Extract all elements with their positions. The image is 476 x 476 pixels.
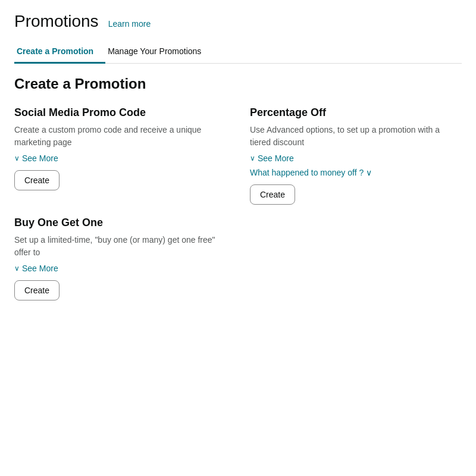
- page-title: Promotions: [14, 12, 99, 31]
- see-more-link-bogo[interactable]: ∨ See More: [14, 264, 226, 273]
- promo-title-social-media: Social Media Promo Code: [14, 107, 226, 119]
- what-happened-link[interactable]: What happened to money off ? ∨: [250, 168, 462, 177]
- promo-card-bogo: Buy One Get One Set up a limited-time, "…: [14, 217, 226, 300]
- tab-manage-promotions[interactable]: Manage Your Promotions: [105, 40, 213, 64]
- section-title: Create a Promotion: [14, 76, 462, 92]
- learn-more-link[interactable]: Learn more: [108, 19, 151, 29]
- create-button-social-media[interactable]: Create: [14, 170, 60, 190]
- see-more-label-bogo: See More: [22, 264, 58, 273]
- tab-create-promotion[interactable]: Create a Promotion: [14, 40, 105, 64]
- see-more-link-social-media[interactable]: ∨ See More: [14, 154, 226, 163]
- create-button-bogo[interactable]: Create: [14, 280, 60, 300]
- promo-title-percentage-off: Percentage Off: [250, 107, 462, 119]
- promo-description-bogo: Set up a limited-time, "buy one (or many…: [14, 234, 226, 259]
- promo-description-percentage-off: Use Advanced options, to set up a promot…: [250, 124, 462, 149]
- chevron-down-icon-bogo: ∨: [14, 264, 20, 273]
- page-header: Promotions Learn more: [14, 12, 462, 31]
- promo-description-social-media: Create a custom promo code and receive a…: [14, 124, 226, 149]
- chevron-down-icon-what-happened: ∨: [366, 168, 372, 177]
- chevron-down-icon-percentage: ∨: [250, 154, 255, 162]
- what-happened-label: What happened to money off ?: [250, 168, 364, 177]
- see-more-link-percentage-off[interactable]: ∨ See More: [250, 154, 462, 163]
- see-more-label-percentage-off: See More: [258, 154, 294, 163]
- promotions-grid: Social Media Promo Code Create a custom …: [14, 107, 462, 300]
- promo-card-percentage-off: Percentage Off Use Advanced options, to …: [250, 107, 462, 205]
- chevron-down-icon: ∨: [14, 154, 20, 162]
- create-button-percentage-off[interactable]: Create: [250, 184, 295, 205]
- promo-title-bogo: Buy One Get One: [14, 217, 226, 229]
- see-more-label-social-media: See More: [22, 154, 58, 163]
- tabs-container: Create a Promotion Manage Your Promotion…: [14, 40, 462, 64]
- promo-card-social-media: Social Media Promo Code Create a custom …: [14, 107, 226, 205]
